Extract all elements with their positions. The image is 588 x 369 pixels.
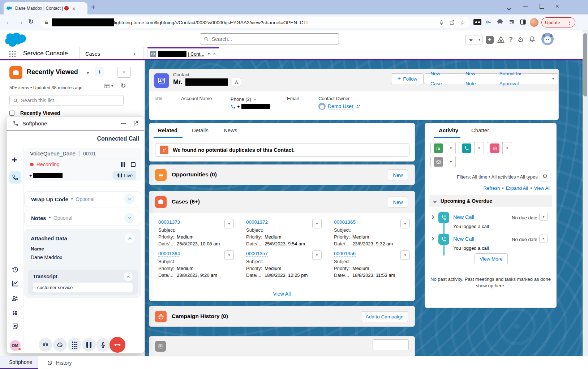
- case-row-dropdown[interactable]: ▾: [400, 219, 410, 228]
- back-button[interactable]: ←: [5, 18, 12, 26]
- submit-approval-button[interactable]: Submit for Approval: [493, 69, 548, 89]
- notifications-bell-icon[interactable]: [528, 35, 536, 43]
- case-number-link[interactable]: 00001373: [158, 219, 180, 225]
- stop-recording-icon[interactable]: [131, 162, 136, 167]
- rail-history-icon[interactable]: [11, 266, 19, 274]
- case-row-dropdown[interactable]: ▾: [312, 219, 322, 228]
- wrapup-accordion[interactable]: Wrap Up Code • Optional: [24, 191, 141, 207]
- mic-icon[interactable]: [439, 20, 444, 26]
- field-phone-label-row[interactable]: Phone (2)▾: [231, 96, 256, 102]
- list-search-box[interactable]: [9, 95, 124, 106]
- new-event-button[interactable]: [487, 143, 502, 153]
- hierarchy-button[interactable]: [232, 78, 241, 86]
- activity-item-title[interactable]: New Call: [453, 214, 474, 220]
- setup-gear-icon[interactable]: ⚙: [518, 35, 524, 44]
- list-search-input[interactable]: [21, 98, 115, 103]
- follow-button[interactable]: +Follow: [391, 73, 424, 84]
- activity-filter-gear-button[interactable]: ⚙: [540, 171, 550, 181]
- email-button[interactable]: [431, 157, 446, 167]
- mute-mic-button[interactable]: [96, 338, 110, 352]
- browser-menu-icon[interactable]: ⋮: [567, 20, 572, 25]
- case-row-dropdown[interactable]: ▾: [224, 250, 234, 260]
- task-dropdown-icon[interactable]: ▾: [446, 146, 455, 150]
- cases-tab-dropdown-icon[interactable]: ▾: [134, 52, 136, 56]
- page-scrollbar-thumb[interactable]: [583, 33, 587, 96]
- global-search-input[interactable]: [212, 36, 331, 42]
- rail-agents-icon[interactable]: [11, 295, 19, 303]
- new-tab-button[interactable]: +: [91, 3, 95, 12]
- bookmark-star-icon[interactable]: ☆: [460, 19, 465, 26]
- case-number-link[interactable]: 00001356: [334, 251, 356, 257]
- list-column-header[interactable]: Recently Viewed: [9, 110, 60, 116]
- section-collapse-icon[interactable]: [433, 199, 437, 203]
- opportunities-new-button[interactable]: New: [388, 170, 408, 180]
- rail-chart-icon[interactable]: [11, 279, 19, 287]
- pause-recording-icon[interactable]: [121, 162, 125, 167]
- browser-profile-avatar[interactable]: [530, 18, 538, 27]
- opportunities-title[interactable]: Opportunities (0): [172, 171, 217, 178]
- notes-accordion[interactable]: Notes • Optional: [24, 210, 141, 226]
- pin-icon[interactable]: [95, 67, 104, 77]
- update-button[interactable]: Update ⋮: [541, 17, 575, 27]
- window-minimize-icon[interactable]: [523, 7, 528, 7]
- field-phone-value[interactable]: +: [231, 104, 270, 109]
- favorites-button[interactable]: ★ ▾: [465, 35, 483, 44]
- cases-title[interactable]: Cases (6+): [172, 198, 200, 205]
- reload-button[interactable]: ↻: [28, 18, 34, 26]
- tab-close-icon[interactable]: ×: [72, 5, 76, 12]
- softphone-minimize-icon[interactable]: [121, 123, 126, 124]
- list-actions-dropdown[interactable]: ▾: [117, 67, 131, 78]
- more-actions-dropdown-icon[interactable]: ▾: [548, 77, 558, 81]
- activity-item-dropdown[interactable]: ▾: [539, 235, 548, 243]
- tab-activity[interactable]: Activity: [439, 127, 458, 133]
- transfer-call-button[interactable]: [39, 338, 52, 352]
- cases-view-all-link[interactable]: View All: [149, 291, 415, 297]
- user-avatar[interactable]: [541, 33, 554, 45]
- refresh-link[interactable]: Refresh: [484, 185, 500, 191]
- tab-news[interactable]: News: [224, 127, 237, 133]
- transcript-field[interactable]: customer service: [33, 283, 133, 292]
- case-number-link[interactable]: 00001357: [246, 251, 268, 257]
- activity-item-expand-icon[interactable]: [431, 215, 434, 219]
- new-note-button[interactable]: New Note: [459, 69, 493, 89]
- row-checkbox[interactable]: [9, 111, 14, 116]
- extensions-puzzle-icon[interactable]: [497, 18, 503, 25]
- nav-tab-cases[interactable]: Cases: [85, 51, 100, 57]
- window-maximize-icon[interactable]: [540, 4, 544, 9]
- live-badge[interactable]: Live: [113, 171, 136, 180]
- dialpad-button[interactable]: [68, 338, 81, 352]
- global-actions-icon[interactable]: +: [486, 36, 494, 44]
- list-column-header-label[interactable]: Recently Viewed: [20, 110, 60, 116]
- log-call-button[interactable]: [459, 143, 474, 153]
- owner-link[interactable]: Demo User: [328, 103, 353, 110]
- activity-item-expand-icon[interactable]: [431, 237, 434, 241]
- list-refresh-icon[interactable]: ↻: [121, 82, 126, 90]
- transcript-chevron-icon[interactable]: [124, 272, 133, 281]
- tab-details[interactable]: Details: [192, 127, 209, 133]
- address-bar[interactable]: lightning.force.com/lightning/r/Contact/…: [40, 17, 470, 28]
- list-view-selector-icon[interactable]: ▾: [87, 71, 89, 75]
- hold-call-button[interactable]: [82, 338, 96, 352]
- attached-chevron-icon[interactable]: [125, 233, 135, 243]
- forward-button[interactable]: →: [17, 18, 23, 26]
- rail-apps-icon[interactable]: [12, 310, 19, 317]
- case-number-link[interactable]: 00001365: [334, 219, 356, 225]
- global-search-box[interactable]: [200, 33, 339, 44]
- email-dropdown-icon[interactable]: ▾: [446, 160, 455, 164]
- display-as-icon[interactable]: ▾: [104, 83, 113, 89]
- help-icon[interactable]: ?: [509, 36, 513, 43]
- app-name[interactable]: Service Console: [23, 50, 68, 57]
- list-view-title[interactable]: Recently Viewed: [27, 68, 78, 76]
- case-number-link[interactable]: 00001364: [158, 251, 180, 257]
- softphone-popout-icon[interactable]: [133, 121, 138, 126]
- side-panel-icon[interactable]: [520, 19, 526, 25]
- extension-recorder-icon[interactable]: [473, 19, 481, 25]
- share-icon[interactable]: [449, 20, 455, 25]
- add-to-campaign-button[interactable]: Add to Campaign: [361, 311, 408, 322]
- app-launcher-icon[interactable]: [9, 50, 16, 57]
- reading-list-icon[interactable]: [508, 19, 515, 25]
- view-all-link[interactable]: View All: [534, 185, 550, 191]
- expand-all-link[interactable]: Expand All: [506, 185, 528, 191]
- event-dropdown-icon[interactable]: ▾: [503, 146, 512, 150]
- campaign-title[interactable]: Campaign History (0): [172, 313, 228, 319]
